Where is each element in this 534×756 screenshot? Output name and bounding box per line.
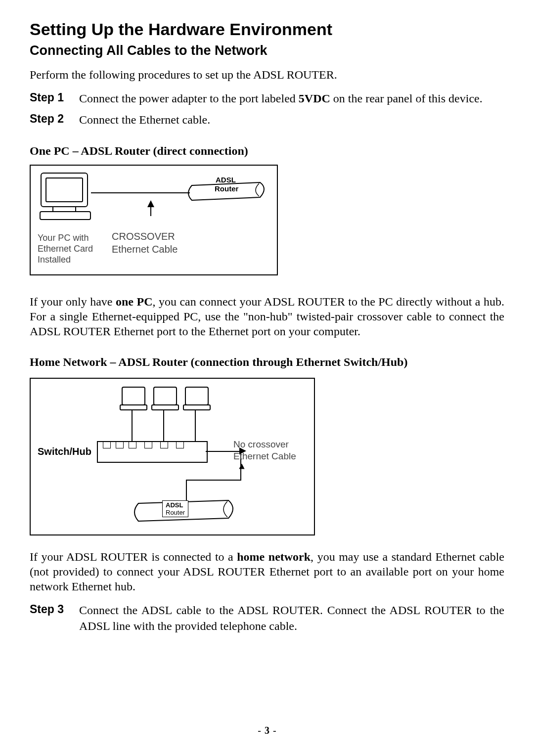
- hub-port-3-icon: [129, 442, 136, 448]
- router-label-top: ADSL: [216, 176, 236, 184]
- arrow-up-2-icon: [239, 464, 244, 469]
- intro-paragraph: Perform the following procedures to set …: [30, 67, 504, 82]
- hub-port-5-icon: [160, 442, 168, 448]
- pc-3-base-icon: [183, 404, 211, 410]
- step-1-text-before: Connect the power adapter to the port la…: [79, 92, 299, 105]
- step-1-label: Step 1: [30, 91, 79, 106]
- pc-1-icon: [122, 387, 145, 405]
- hub-icon: [97, 441, 208, 463]
- router-2-label-box: ADSL Router: [162, 500, 188, 517]
- footer-dash-right: -: [272, 725, 277, 736]
- page-title: Setting Up the Hardware Environment: [30, 20, 504, 39]
- hub-port-4-icon: [144, 442, 152, 448]
- pc2-line-icon: [163, 410, 164, 441]
- pc-1-base-icon: [120, 404, 147, 410]
- pc-base-icon: [40, 211, 91, 220]
- step-2-text: Connect the Ethernet cable.: [79, 112, 504, 128]
- figure-2-canvas: Switch/Hub No crossover Ethernet Cable: [38, 384, 307, 530]
- step-1-bold: 5VDC: [299, 92, 330, 105]
- pc-screen-icon: [45, 178, 83, 202]
- scenario-1-paragraph: If your only have one PC, you can connec…: [30, 294, 504, 339]
- step-3-label: Step 3: [30, 603, 79, 633]
- document-page: Setting Up the Hardware Environment Conn…: [0, 0, 534, 756]
- pc-label-l3: Installed: [38, 255, 71, 265]
- cable2-label-l2: Ethernet Cable: [233, 451, 296, 462]
- scenario-2-paragraph: If your ADSL ROUTER is connected to a ho…: [30, 549, 504, 594]
- cable-label-l2: Ethernet Cable: [112, 244, 178, 255]
- footer-dash-left: -: [257, 725, 262, 736]
- figure-2: Switch/Hub No crossover Ethernet Cable: [30, 378, 315, 535]
- pc-neck-icon: [52, 206, 76, 211]
- pc3-line-icon: [195, 410, 196, 441]
- scenario-1-heading: One PC – ADSL Router (direct connection): [30, 144, 504, 158]
- step-1: Step 1 Connect the power adapter to the …: [30, 91, 504, 106]
- figure-1-canvas: ADSL Router Your PC with Ethernet Card I…: [38, 171, 270, 269]
- switch-label: Switch/Hub: [38, 446, 91, 457]
- hub-port-1-icon: [103, 442, 111, 448]
- page-footer: - 3 -: [0, 725, 534, 736]
- scenario-1-para-before: If your only have: [30, 295, 116, 308]
- cable-line-icon: [91, 192, 190, 193]
- router-2-label-bottom: Router: [166, 509, 185, 516]
- hub-port-6-icon: [176, 442, 184, 448]
- pc1-line-icon: [132, 410, 133, 441]
- page-number: 3: [265, 725, 269, 736]
- scenario-2-para-before: If your ADSL ROUTER is connected to a: [30, 550, 237, 563]
- hub-out-h2-icon: [186, 480, 241, 481]
- figure-1: ADSL Router Your PC with Ethernet Card I…: [30, 165, 278, 275]
- pc-label-l2: Ethernet Card: [38, 244, 93, 254]
- step-3: Step 3 Connect the ADSL cable to the ADS…: [30, 603, 504, 633]
- arrow-stem-icon: [150, 207, 151, 216]
- pc-3-icon: [185, 387, 209, 405]
- page-subtitle: Connecting All Cables to the Network: [30, 43, 504, 58]
- pc-label-l1: Your PC with: [38, 233, 89, 243]
- scenario-2-para-bold: home network: [237, 550, 311, 563]
- cable2-label-l1: No crossover: [233, 439, 289, 450]
- cable-label-l1: CROSSOVER: [112, 231, 175, 242]
- step-3-text: Connect the ADSL cable to the ADSL ROUTE…: [79, 603, 504, 633]
- step-2-label: Step 2: [30, 112, 79, 128]
- scenario-2-heading: Home Network – ADSL Router (connection t…: [30, 356, 504, 369]
- pc-2-base-icon: [151, 404, 179, 410]
- pc-2-icon: [153, 387, 177, 405]
- router-label-bottom: Router: [215, 184, 238, 193]
- pc-monitor-icon: [41, 173, 88, 207]
- step-1-text-after: on the rear panel of this device.: [330, 92, 483, 105]
- hub-port-2-icon: [116, 442, 124, 448]
- arrow-up-icon: [147, 200, 154, 207]
- step-1-text: Connect the power adapter to the port la…: [79, 91, 504, 106]
- router-2-label-top: ADSL: [166, 501, 185, 509]
- scenario-1-para-bold: one PC: [116, 295, 153, 308]
- step-2: Step 2 Connect the Ethernet cable.: [30, 112, 504, 128]
